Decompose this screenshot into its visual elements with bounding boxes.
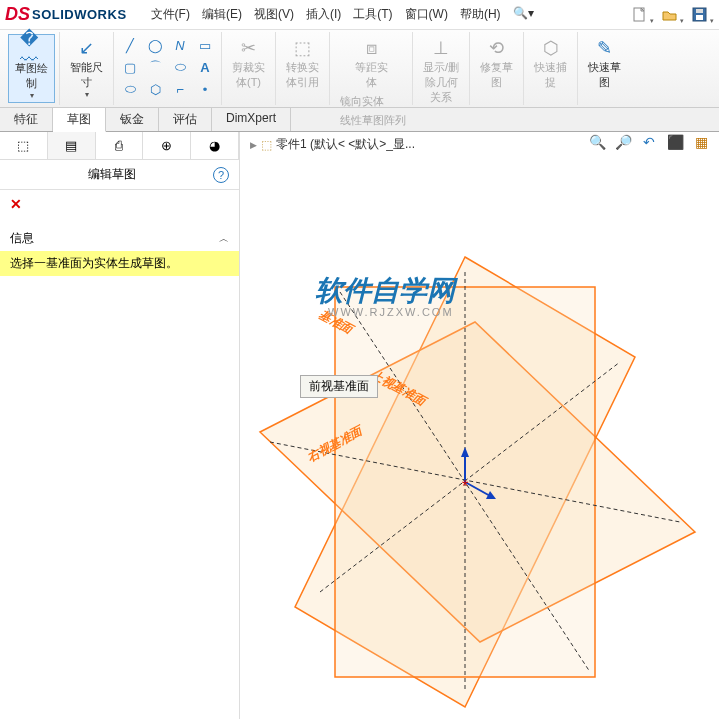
point-tool-button[interactable]: • bbox=[194, 79, 216, 99]
panel-tab-property[interactable]: ▤ bbox=[48, 132, 96, 159]
chevron-down-icon: ▾ bbox=[85, 90, 89, 99]
zoom-fit-icon[interactable]: 🔍 bbox=[587, 132, 607, 152]
menu-bar: 文件(F) 编辑(E) 视图(V) 插入(I) 工具(T) 窗口(W) 帮助(H… bbox=[147, 4, 538, 25]
slot-tool-button[interactable]: ⬭ bbox=[119, 79, 141, 99]
breadcrumb-part: 零件1 (默认< <默认>_显... bbox=[276, 136, 415, 153]
origin-marker: * bbox=[462, 478, 468, 495]
tab-sheetmetal[interactable]: 钣金 bbox=[106, 108, 159, 131]
tab-feature[interactable]: 特征 bbox=[0, 108, 53, 131]
view-tools: 🔍 🔎 ↶ ⬛ ▦ bbox=[587, 132, 711, 152]
menu-edit[interactable]: 编辑(E) bbox=[198, 4, 246, 25]
offset-button[interactable]: ⧈ 等距实 体 bbox=[349, 34, 394, 92]
trim-icon: ✂ bbox=[237, 36, 261, 60]
convert-icon: ⬚ bbox=[291, 36, 315, 60]
title-bar: DS SOLIDWORKS 文件(F) 编辑(E) 视图(V) 插入(I) 工具… bbox=[0, 0, 719, 30]
tab-sketch[interactable]: 草图 bbox=[53, 108, 106, 132]
trim-button[interactable]: ✂ 剪裁实 体(T) bbox=[226, 34, 271, 92]
breadcrumb[interactable]: ▶ ⬚ 零件1 (默认< <默认>_显... bbox=[250, 136, 415, 153]
sketch-button[interactable]: �〰 草图绘 制 ▾ bbox=[8, 34, 55, 103]
tab-evaluate[interactable]: 评估 bbox=[159, 108, 212, 131]
watermark-text: 软件自学网 bbox=[315, 272, 455, 310]
menu-search-icon[interactable]: 🔍▾ bbox=[509, 4, 538, 25]
panel-tab-config[interactable]: ⎙ bbox=[96, 132, 144, 159]
open-doc-button[interactable]: ▾ bbox=[656, 3, 684, 27]
menu-help[interactable]: 帮助(H) bbox=[456, 4, 505, 25]
dimension-icon: ↙ bbox=[75, 36, 99, 60]
panel-title: 编辑草图 bbox=[88, 166, 136, 183]
panel-header: 编辑草图 ? bbox=[0, 160, 239, 190]
ribbon-group-display: ⊥ 显示/删 除几何 关系 bbox=[413, 32, 470, 105]
logo-ds-icon: DS bbox=[5, 4, 30, 25]
convert-button[interactable]: ⬚ 转换实 体引用 bbox=[280, 34, 325, 92]
ribbon-group-repair: ⟲ 修复草 图 bbox=[470, 32, 524, 105]
text-tool-button[interactable]: A bbox=[194, 57, 216, 77]
panel-tab-display[interactable]: ◕ bbox=[191, 132, 239, 159]
spline-tool-button[interactable]: N bbox=[169, 35, 191, 55]
ribbon-group-sketch: �〰 草图绘 制 ▾ bbox=[4, 32, 60, 105]
quick-sketch-icon: ✎ bbox=[593, 36, 617, 60]
breadcrumb-arrow-icon: ▶ bbox=[250, 140, 257, 150]
ellipse-tool-button[interactable]: ⬭ bbox=[169, 57, 191, 77]
app-logo: DS SOLIDWORKS bbox=[5, 4, 127, 25]
ribbon-group-trim: ✂ 剪裁实 体(T) bbox=[222, 32, 276, 105]
quick-snap-button[interactable]: ⬡ 快速捕 捉 bbox=[528, 34, 573, 92]
line-tool-button[interactable]: ╱ bbox=[119, 35, 141, 55]
ribbon-group-entities: ╱ ◯ N ▭ ▢ ⌒ ⬭ A ⬭ ⬡ ⌐ • bbox=[114, 32, 222, 105]
section-view-icon[interactable]: ⬛ bbox=[665, 132, 685, 152]
arc-tool-button[interactable]: ⌒ bbox=[144, 57, 166, 77]
menu-view[interactable]: 视图(V) bbox=[250, 4, 298, 25]
smart-dimension-button[interactable]: ↙ 智能尺 寸 ▾ bbox=[64, 34, 109, 101]
svg-rect-3 bbox=[696, 9, 703, 13]
plane-tooltip: 前视基准面 bbox=[300, 375, 378, 398]
circle-tool-button[interactable]: ◯ bbox=[144, 35, 166, 55]
prev-view-icon[interactable]: ↶ bbox=[639, 132, 659, 152]
zoom-area-icon[interactable]: 🔎 bbox=[613, 132, 633, 152]
info-header[interactable]: 信息 ︿ bbox=[0, 226, 239, 251]
rect-tool-button[interactable]: ▭ bbox=[194, 35, 216, 55]
display-style-icon[interactable]: ▦ bbox=[691, 132, 711, 152]
display-relations-button[interactable]: ⊥ 显示/删 除几何 关系 bbox=[417, 34, 465, 107]
ribbon-group-snap: ⬡ 快速捕 捉 bbox=[524, 32, 578, 105]
close-panel-button[interactable]: ✕ bbox=[0, 190, 239, 218]
chevron-down-icon: ▾ bbox=[30, 91, 34, 100]
repair-icon: ⟲ bbox=[485, 36, 509, 60]
panel-tab-dimxpert[interactable]: ⊕ bbox=[143, 132, 191, 159]
ribbon: �〰 草图绘 制 ▾ ↙ 智能尺 寸 ▾ ╱ ◯ N ▭ ▢ ⌒ ⬭ A ⬭ ⬡ bbox=[0, 30, 719, 108]
sketch-icon: �〰 bbox=[20, 37, 44, 61]
menu-insert[interactable]: 插入(I) bbox=[302, 4, 345, 25]
fillet-tool-button[interactable]: ⌐ bbox=[169, 79, 191, 99]
viewport[interactable]: ▶ ⬚ 零件1 (默认< <默认>_显... 🔍 🔎 ↶ ⬛ ▦ 软件自学网 W… bbox=[240, 132, 719, 719]
part-icon: ⬚ bbox=[261, 138, 272, 152]
help-icon[interactable]: ? bbox=[213, 167, 229, 183]
property-panel: ⬚ ▤ ⎙ ⊕ ◕ 编辑草图 ? ✕ 信息 ︿ 选择一基准面为实体生成草图。 bbox=[0, 132, 240, 719]
relations-icon: ⊥ bbox=[429, 36, 453, 60]
save-doc-button[interactable]: ▾ bbox=[686, 3, 714, 27]
canvas[interactable]: 软件自学网 WWW.RJZXW.COM 前视基准面 bbox=[240, 162, 719, 719]
mirror-button[interactable]: 镜向实体 bbox=[338, 92, 408, 111]
content-area: ⬚ ▤ ⎙ ⊕ ◕ 编辑草图 ? ✕ 信息 ︿ 选择一基准面为实体生成草图。 ▶… bbox=[0, 132, 719, 719]
doc-tools: ▾ ▾ ▾ bbox=[626, 3, 714, 27]
ribbon-group-convert: ⬚ 转换实 体引用 bbox=[276, 32, 330, 105]
info-section: 信息 ︿ 选择一基准面为实体生成草图。 bbox=[0, 226, 239, 276]
new-doc-button[interactable]: ▾ bbox=[626, 3, 654, 27]
planes-svg: * 上视基准面 右视基准面 基准面 bbox=[240, 162, 719, 719]
polygon-tool-button[interactable]: ⬡ bbox=[144, 79, 166, 99]
panel-tab-feature-tree[interactable]: ⬚ bbox=[0, 132, 48, 159]
tab-dimxpert[interactable]: DimXpert bbox=[212, 108, 291, 131]
menu-tools[interactable]: 工具(T) bbox=[349, 4, 396, 25]
quick-sketch-button[interactable]: ✎ 快速草 图 bbox=[582, 34, 627, 92]
svg-rect-2 bbox=[696, 15, 703, 20]
info-message: 选择一基准面为实体生成草图。 bbox=[0, 251, 239, 276]
repair-button[interactable]: ⟲ 修复草 图 bbox=[474, 34, 519, 92]
rect2-tool-button[interactable]: ▢ bbox=[119, 57, 141, 77]
collapse-icon: ︿ bbox=[219, 232, 229, 246]
ribbon-group-dimension: ↙ 智能尺 寸 ▾ bbox=[60, 32, 114, 105]
ribbon-group-quicksketch: ✎ 快速草 图 bbox=[578, 32, 631, 105]
panel-tabs: ⬚ ▤ ⎙ ⊕ ◕ bbox=[0, 132, 239, 160]
snap-icon: ⬡ bbox=[539, 36, 563, 60]
ribbon-group-offset: ⧈ 等距实 体 镜向实体 线性草图阵列 移动实体 bbox=[330, 32, 413, 105]
menu-file[interactable]: 文件(F) bbox=[147, 4, 194, 25]
watermark-url: WWW.RJZXW.COM bbox=[328, 306, 454, 318]
linear-pattern-button[interactable]: 线性草图阵列 bbox=[338, 111, 408, 130]
menu-window[interactable]: 窗口(W) bbox=[401, 4, 452, 25]
